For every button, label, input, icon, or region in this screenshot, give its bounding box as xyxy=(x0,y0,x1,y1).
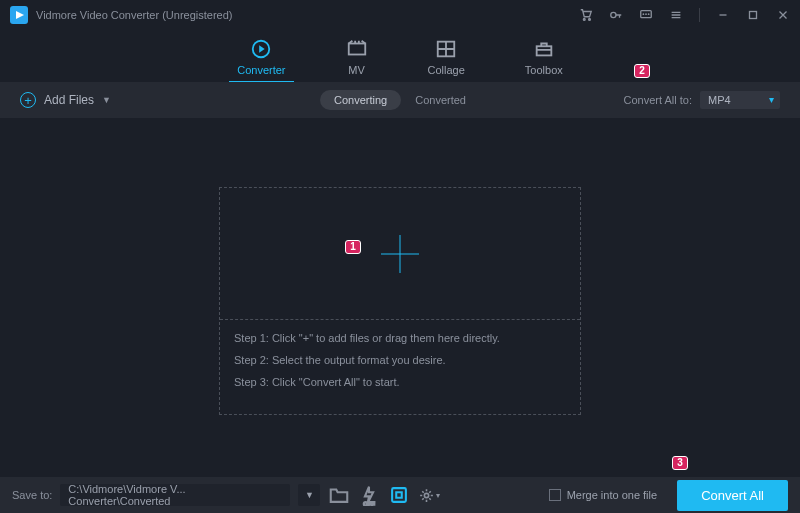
tab-toolbox-label: Toolbox xyxy=(525,64,563,76)
drop-zone-top xyxy=(220,188,580,320)
merge-label: Merge into one file xyxy=(567,489,658,501)
bottom-bar: Save to: C:\Vidmore\Vidmore V... Convert… xyxy=(0,477,800,513)
mv-icon xyxy=(346,38,368,60)
segment-converting[interactable]: Converting xyxy=(320,90,401,110)
app-logo xyxy=(10,6,28,24)
tab-collage[interactable]: Collage xyxy=(428,38,465,82)
title-bar: Vidmore Video Converter (Unregistered) xyxy=(0,0,800,30)
drop-zone[interactable]: Step 1: Click "+" to add files or drag t… xyxy=(219,187,581,415)
annotation-badge-1: 1 xyxy=(345,240,361,254)
cart-icon[interactable] xyxy=(579,8,593,22)
svg-marker-7 xyxy=(260,45,266,52)
big-plus-button[interactable] xyxy=(377,231,423,277)
svg-point-3 xyxy=(611,12,616,17)
annotation-badge-3: 3 xyxy=(672,456,688,470)
svg-rect-12 xyxy=(392,488,406,502)
titlebar-controls xyxy=(579,8,790,22)
converter-icon xyxy=(250,38,272,60)
tab-mv[interactable]: MV xyxy=(346,38,368,82)
add-files-label: Add Files xyxy=(44,93,94,107)
svg-point-1 xyxy=(583,19,585,21)
minimize-icon[interactable] xyxy=(716,8,730,22)
tab-toolbox[interactable]: Toolbox xyxy=(525,38,563,82)
tab-mv-label: MV xyxy=(348,64,365,76)
step-3-text: Step 3: Click "Convert All" to start. xyxy=(234,376,566,388)
hardware-accel-off-icon[interactable]: OFF xyxy=(358,484,380,506)
step-1-text: Step 1: Click "+" to add files or drag t… xyxy=(234,332,566,344)
tab-converter-label: Converter xyxy=(237,64,285,76)
path-dropdown[interactable]: ▼ xyxy=(298,484,320,506)
divider xyxy=(699,8,700,22)
svg-point-2 xyxy=(589,19,591,21)
app-title: Vidmore Video Converter (Unregistered) xyxy=(36,9,579,21)
main-tabs: Converter MV Collage Toolbox 2 xyxy=(0,30,800,82)
segment-converted[interactable]: Converted xyxy=(401,90,480,110)
svg-rect-5 xyxy=(750,12,757,19)
menu-icon[interactable] xyxy=(669,8,683,22)
svg-rect-8 xyxy=(348,44,365,55)
output-path[interactable]: C:\Vidmore\Vidmore V... Converter\Conver… xyxy=(60,484,290,506)
svg-point-13 xyxy=(425,493,429,497)
checkbox-icon xyxy=(549,489,561,501)
collage-icon xyxy=(435,38,457,60)
plus-circle-icon: + xyxy=(20,92,36,108)
merge-checkbox[interactable]: Merge into one file xyxy=(549,489,658,501)
chevron-down-icon: ▼ xyxy=(102,95,111,105)
gpu-icon[interactable] xyxy=(388,484,410,506)
save-to-label: Save to: xyxy=(12,489,52,501)
tab-converter[interactable]: Converter xyxy=(237,38,285,82)
annotation-badge-2: 2 xyxy=(634,64,650,78)
convert-all-button[interactable]: Convert All xyxy=(677,480,788,511)
toolbox-icon xyxy=(533,38,555,60)
convert-all-to-label: Convert All to: xyxy=(624,94,692,106)
step-2-text: Step 2: Select the output format you des… xyxy=(234,354,566,366)
add-files-button[interactable]: + Add Files ▼ xyxy=(20,92,111,108)
close-icon[interactable] xyxy=(776,8,790,22)
action-toolbar: + Add Files ▼ Converting Converted Conve… xyxy=(0,82,800,118)
feedback-icon[interactable] xyxy=(639,8,653,22)
settings-icon[interactable]: ▾ xyxy=(418,484,440,506)
maximize-icon[interactable] xyxy=(746,8,760,22)
svg-text:OFF: OFF xyxy=(364,501,376,506)
instruction-steps: Step 1: Click "+" to add files or drag t… xyxy=(220,320,580,400)
status-segment: Converting Converted xyxy=(320,90,480,110)
svg-marker-0 xyxy=(16,11,24,19)
key-icon[interactable] xyxy=(609,8,623,22)
open-folder-icon[interactable] xyxy=(328,484,350,506)
tab-collage-label: Collage xyxy=(428,64,465,76)
main-area: Step 1: Click "+" to add files or drag t… xyxy=(0,118,800,477)
format-select[interactable]: MP4 xyxy=(700,91,780,109)
convert-all-to: Convert All to: MP4 xyxy=(624,91,780,109)
